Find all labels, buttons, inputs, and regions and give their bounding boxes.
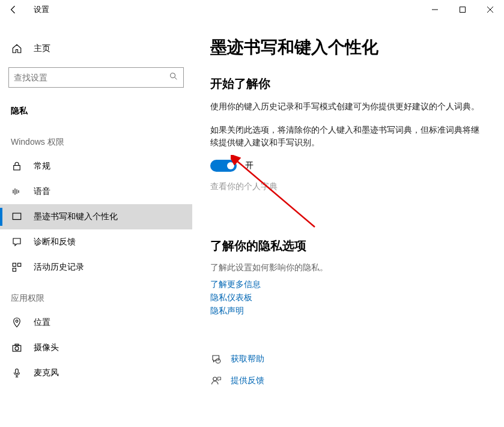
page-title: 墨迹书写和键入个性化 <box>210 36 486 59</box>
sidebar-section-privacy: 隐私 <box>0 98 192 124</box>
link-privacy-dashboard[interactable]: 隐私仪表板 <box>210 292 486 303</box>
minimize-icon <box>432 7 438 13</box>
sidebar: 主页 隐私 Windows 权限 常规 语音 墨迹书写和键入个性化 诊断和反馈 <box>0 19 192 427</box>
svg-rect-11 <box>13 268 16 271</box>
sidebar-item-label: 活动历史记录 <box>34 262 84 273</box>
search-input-container[interactable] <box>8 67 184 88</box>
feedback-icon <box>11 237 23 247</box>
give-feedback-row[interactable]: 提供反馈 <box>210 375 486 386</box>
sidebar-item-label: 常规 <box>34 161 50 172</box>
svg-rect-6 <box>14 166 20 171</box>
svg-rect-16 <box>16 369 19 374</box>
content-area: 墨迹书写和键入个性化 开始了解你 使用你的键入历史记录和手写模式创建可为你提供更… <box>192 19 504 427</box>
inking-icon <box>11 211 23 222</box>
sidebar-item-speech[interactable]: 语音 <box>0 179 192 204</box>
sidebar-item-camera[interactable]: 摄像头 <box>0 335 192 360</box>
close-button[interactable] <box>476 0 504 19</box>
sidebar-item-inking[interactable]: 墨迹书写和键入个性化 <box>0 204 192 229</box>
svg-point-18 <box>213 377 217 381</box>
search-input[interactable] <box>14 73 169 82</box>
camera-icon <box>11 342 23 353</box>
link-learn-more[interactable]: 了解更多信息 <box>210 279 486 290</box>
sidebar-item-label: 位置 <box>34 317 50 328</box>
sidebar-item-label: 墨迹书写和键入个性化 <box>34 211 118 222</box>
body-text: 使用你的键入历史记录和手写模式创建可为你提供更好建议的个人词典。 <box>210 100 486 113</box>
section-desc: 了解此设置如何影响你的隐私。 <box>210 262 486 273</box>
maximize-button[interactable] <box>449 0 476 19</box>
sidebar-subheader-windows: Windows 权限 <box>0 124 192 154</box>
section-title-privacy-options: 了解你的隐私选项 <box>210 238 486 254</box>
get-help-row[interactable]: 获取帮助 <box>210 354 486 365</box>
arrow-left-icon <box>8 4 19 15</box>
main-layout: 主页 隐私 Windows 权限 常规 语音 墨迹书写和键入个性化 诊断和反馈 <box>0 19 504 427</box>
back-button[interactable] <box>0 0 28 19</box>
home-nav[interactable]: 主页 <box>0 37 192 60</box>
svg-rect-10 <box>18 263 21 266</box>
feedback-person-icon <box>210 375 222 386</box>
svg-point-17 <box>216 359 220 363</box>
title-bar: 设置 <box>0 0 504 19</box>
svg-rect-15 <box>15 344 19 345</box>
section-title-getting-to-know: 开始了解你 <box>210 76 486 92</box>
svg-point-14 <box>15 347 19 350</box>
history-icon <box>11 262 23 273</box>
speech-icon <box>11 186 23 197</box>
sidebar-item-general[interactable]: 常规 <box>0 154 192 179</box>
location-icon <box>11 317 23 328</box>
home-label: 主页 <box>34 43 50 54</box>
link-privacy-statement[interactable]: 隐私声明 <box>210 306 486 316</box>
sidebar-item-diagnostics[interactable]: 诊断和反馈 <box>0 229 192 255</box>
svg-rect-9 <box>13 263 16 266</box>
home-icon <box>11 43 23 54</box>
help-icon <box>210 354 222 365</box>
toggle-handle <box>227 162 234 169</box>
personalization-toggle[interactable] <box>210 160 237 172</box>
search-icon <box>169 71 178 83</box>
sidebar-item-label: 摄像头 <box>34 342 59 353</box>
body-text: 如果关闭此选项，将清除你的个人键入和墨迹书写词典，但标准词典将继续提供键入建议和… <box>210 124 486 149</box>
window-title: 设置 <box>34 4 49 15</box>
sidebar-item-label: 语音 <box>34 186 50 197</box>
svg-rect-7 <box>13 213 21 220</box>
sidebar-subheader-app: 应用权限 <box>0 280 192 310</box>
svg-line-5 <box>175 77 177 79</box>
window-controls <box>421 0 504 19</box>
microphone-icon <box>11 368 23 378</box>
toggle-row: 开 <box>210 160 486 172</box>
view-dictionary-link[interactable]: 查看你的个人字典 <box>210 181 486 192</box>
close-icon <box>487 7 493 13</box>
sidebar-item-activity[interactable]: 活动历史记录 <box>0 255 192 280</box>
svg-point-4 <box>171 73 175 78</box>
toggle-label: 开 <box>245 160 254 171</box>
minimize-button[interactable] <box>421 0 449 19</box>
svg-point-12 <box>16 320 18 323</box>
sidebar-item-label: 麦克风 <box>34 368 59 378</box>
sidebar-item-microphone[interactable]: 麦克风 <box>0 360 192 386</box>
get-help-link: 获取帮助 <box>231 354 264 365</box>
svg-rect-1 <box>460 7 466 13</box>
sidebar-item-label: 诊断和反馈 <box>34 237 76 247</box>
give-feedback-link: 提供反馈 <box>231 375 264 386</box>
lock-icon <box>11 161 23 172</box>
maximize-icon <box>460 7 466 13</box>
sidebar-item-location[interactable]: 位置 <box>0 310 192 335</box>
